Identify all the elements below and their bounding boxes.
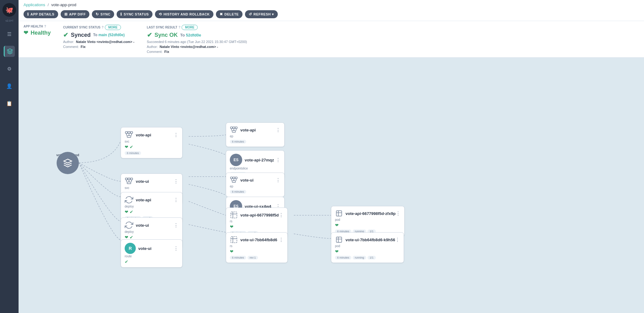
app-health-section: APP HEALTH ? ❤ Healthy xyxy=(24,25,51,54)
refresh-icon2 xyxy=(125,195,133,204)
last-sync-section: LAST SYNC RESULT ? MORE ✔ Sync OK To 52d… xyxy=(147,25,247,54)
es-api-name: vote-api-27mqz xyxy=(245,158,274,162)
ep-ui-node[interactable]: vote-ui ⋮ ep 6 minutes xyxy=(226,173,285,197)
sidebar-item-layers[interactable] xyxy=(4,46,15,57)
sync-status-button[interactable]: ℹ SYNC STATUS xyxy=(117,10,152,18)
rs-ui-rev-badge: rev:1 xyxy=(247,256,258,259)
breadcrumb-applications-link[interactable]: Applications xyxy=(24,2,45,7)
sync-icon: ↻ xyxy=(96,12,99,16)
svg-rect-39 xyxy=(336,237,341,242)
network-icon4 xyxy=(230,176,238,184)
pod-api-more-button[interactable]: ⋮ xyxy=(396,211,401,217)
svg-rect-22 xyxy=(232,131,236,132)
deploy-api-type: deploy xyxy=(125,205,178,208)
app-details-button[interactable]: ℹ APP DETAILS xyxy=(24,10,58,18)
current-sync-status: ✔ Synced To main (52dfd0e) xyxy=(63,31,134,39)
es-api-type: endpointslice xyxy=(230,167,281,170)
svg-rect-11 xyxy=(131,178,133,180)
flow-canvas: vote-app-prod ❤ ✔ 6 minutes vote-api ⋮ xyxy=(19,58,644,313)
svc-api-node[interactable]: vote-api ⋮ svc ❤ ✔ 6 minutes xyxy=(121,127,182,158)
rs-api-heart: ❤ xyxy=(230,224,234,229)
pod-api-type: pod xyxy=(335,218,401,221)
svc-api-more-button[interactable]: ⋮ xyxy=(174,132,178,138)
last-sync-more-button[interactable]: MORE xyxy=(182,25,198,30)
history-button[interactable]: ⟲ HISTORY AND ROLLBACK xyxy=(155,10,213,18)
sidebar-item-settings[interactable]: ⚙ xyxy=(4,63,15,74)
root-node[interactable] xyxy=(57,152,79,174)
svg-rect-15 xyxy=(127,182,131,184)
pod-ui-ratio-badge: 1/1 xyxy=(367,256,376,259)
route-r-icon: R xyxy=(125,243,136,254)
pod-ui-name: vote-ui-7bb64fb8d6-k9h56 xyxy=(346,238,395,242)
pod-api-icon xyxy=(335,209,343,217)
deploy-api-more-button[interactable]: ⋮ xyxy=(174,197,178,203)
refresh-button[interactable]: ↺ REFRESH ▾ xyxy=(245,10,278,18)
svg-marker-1 xyxy=(64,159,71,163)
svg-rect-10 xyxy=(128,178,130,180)
pod-ui-node[interactable]: vote-ui-7bb64fb8d6-k9h56 ⋮ pod ❤ 6 minut… xyxy=(331,232,404,263)
svg-rect-8 xyxy=(127,135,131,137)
sync-status-label: SYNC STATUS xyxy=(124,12,149,16)
rs-ui-more-button[interactable]: ⋮ xyxy=(279,237,284,243)
info-icon: ℹ xyxy=(27,12,29,16)
svc-api-type: svc xyxy=(125,140,178,143)
rs-ui-time-badge: 6 minutes xyxy=(230,256,246,259)
root-node-container: vote-app-prod ❤ ✔ 6 minutes xyxy=(56,152,79,168)
rs-api-icon xyxy=(230,211,238,219)
refresh-icon: ↺ xyxy=(249,12,252,16)
svg-marker-0 xyxy=(7,49,12,51)
svg-rect-30 xyxy=(231,212,237,218)
rs-ui-name: vote-ui-7bb64fb8d6 xyxy=(240,238,277,242)
svc-ui-type: svc xyxy=(125,186,178,190)
svg-rect-23 xyxy=(230,177,233,178)
breadcrumb: Applications / vote-app-prod xyxy=(24,2,639,7)
version-label: v2.0+l xyxy=(6,19,13,22)
ep-api-time-badge: 6 minutes xyxy=(230,140,246,144)
last-sync-check-icon: ✔ xyxy=(147,31,152,39)
rs-api-more-button[interactable]: ⋮ xyxy=(279,212,284,218)
history-icon: ⟲ xyxy=(159,12,162,16)
deploy-ui-more-button[interactable]: ⋮ xyxy=(174,222,178,228)
route-ui-more-button[interactable]: ⋮ xyxy=(174,246,178,251)
svc-ui-more-button[interactable]: ⋮ xyxy=(174,178,178,184)
svc-api-check: ✔ xyxy=(130,144,133,149)
deploy-ui-type: deploy xyxy=(125,230,178,234)
svg-rect-36 xyxy=(336,211,341,216)
sync-button[interactable]: ↻ SYNC xyxy=(92,10,114,18)
diff-icon: ⊞ xyxy=(64,12,68,16)
route-ui-type: route xyxy=(125,255,178,258)
sidebar: 🐙 v2.0+l ☰ ⚙ 👤 📋 xyxy=(0,0,19,313)
es-api-more-button[interactable]: ⋮ xyxy=(276,157,281,163)
last-sync-commit: 52dfd0e xyxy=(186,33,201,37)
app-diff-button[interactable]: ⊞ APP DIFF xyxy=(61,10,89,18)
current-sync-comment-row: Comment: Fix xyxy=(63,45,134,49)
refresh-label: REFRESH ▾ xyxy=(253,12,274,16)
sidebar-item-user[interactable]: 👤 xyxy=(4,80,15,92)
ep-api-node[interactable]: vote-api ⋮ ep 6 minutes xyxy=(226,122,285,147)
ep-api-more-button[interactable]: ⋮ xyxy=(276,127,281,133)
rs-ui-node[interactable]: vote-ui-7bb64fb8d6 ⋮ rs ❤ 6 minutes rev:… xyxy=(226,232,288,263)
sidebar-item-docs[interactable]: 📋 xyxy=(4,98,15,109)
app-details-label: APP DETAILS xyxy=(31,12,54,16)
pod-ui-icon xyxy=(335,236,343,244)
deploy-api-check: ✔ xyxy=(130,209,133,214)
current-sync-more-button[interactable]: MORE xyxy=(105,25,121,30)
svc-api-name: vote-api xyxy=(136,133,151,137)
route-ui-node[interactable]: R vote-ui ⋮ route ✔ xyxy=(121,239,182,268)
rs-api-name: vote-api-6677998f5d xyxy=(240,213,279,217)
delete-button[interactable]: ✖ DELETE xyxy=(216,10,243,18)
svg-rect-4 xyxy=(131,132,133,134)
svg-rect-29 xyxy=(232,181,236,182)
sidebar-item-apps[interactable]: ☰ xyxy=(4,28,15,40)
pod-ui-badges: 6 minutes running 1/1 xyxy=(335,256,400,259)
pod-ui-type: pod xyxy=(335,244,400,248)
sync-check-icon: ✔ xyxy=(63,31,68,39)
deploy-api-name: vote-api xyxy=(136,198,151,202)
ep-ui-type: ep xyxy=(230,185,281,188)
deploy-ui-name: vote-ui xyxy=(136,223,149,228)
delete-icon: ✖ xyxy=(220,12,223,16)
svg-rect-24 xyxy=(233,177,235,178)
ep-ui-more-button[interactable]: ⋮ xyxy=(276,177,281,183)
pod-ui-more-button[interactable]: ⋮ xyxy=(395,237,400,243)
current-sync-section: CURRENT SYNC STATUS ? MORE ✔ Synced To m… xyxy=(63,25,134,54)
